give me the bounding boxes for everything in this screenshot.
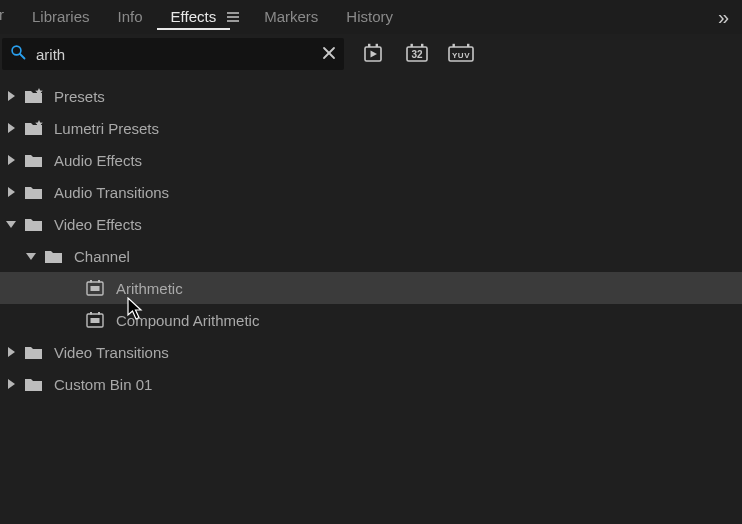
folder-icon — [24, 215, 44, 233]
tree-item-label: Arithmetic — [116, 280, 742, 297]
accelerated-effects-button[interactable] — [358, 41, 388, 67]
chevron-right-icon[interactable] — [4, 185, 18, 199]
tab-history[interactable]: History — [332, 8, 407, 25]
tree-item[interactable]: Lumetri Presets — [0, 112, 742, 144]
chevron-right-icon[interactable] — [4, 89, 18, 103]
tree-item-label: Custom Bin 01 — [54, 376, 742, 393]
tree-item-label: Audio Effects — [54, 152, 742, 169]
tree-item-label: Video Transitions — [54, 344, 742, 361]
svg-rect-13 — [421, 44, 423, 47]
effects-tree: PresetsLumetri PresetsAudio EffectsAudio… — [0, 74, 742, 400]
tree-item[interactable]: Custom Bin 01 — [0, 368, 742, 400]
active-tab-underline — [157, 28, 231, 30]
folder-icon — [24, 343, 44, 361]
svg-text:32: 32 — [411, 49, 423, 60]
effects-toolbar: 32 YUV — [0, 34, 742, 74]
folder-icon — [44, 247, 64, 265]
tree-item[interactable]: Audio Transitions — [0, 176, 742, 208]
tab-label: Effects — [171, 8, 217, 25]
tab-libraries[interactable]: Libraries — [18, 8, 104, 25]
folder-star-icon — [24, 119, 44, 137]
tab-markers[interactable]: Markers — [250, 8, 332, 25]
tree-item[interactable]: Channel — [0, 240, 742, 272]
svg-rect-16 — [453, 44, 455, 47]
tree-item[interactable]: Video Transitions — [0, 336, 742, 368]
chevron-right-icon[interactable] — [4, 153, 18, 167]
folder-icon — [24, 151, 44, 169]
tree-item-label: Audio Transitions — [54, 184, 742, 201]
tree-item[interactable]: Compound Arithmetic — [0, 304, 742, 336]
tab-label: Info — [118, 8, 143, 25]
chevron-right-icon[interactable] — [4, 345, 18, 359]
yuv-effects-button[interactable]: YUV — [446, 41, 476, 67]
tab-overflow-icon[interactable]: » — [718, 6, 732, 29]
tab-label: Markers — [264, 8, 318, 25]
svg-rect-8 — [368, 44, 370, 47]
tree-item-label: Channel — [74, 248, 742, 265]
tab-label: er — [0, 6, 4, 23]
tree-item-label: Video Effects — [54, 216, 742, 233]
svg-rect-12 — [411, 44, 413, 47]
tree-item[interactable]: Video Effects — [0, 208, 742, 240]
search-input[interactable] — [28, 46, 322, 63]
svg-rect-9 — [376, 44, 378, 47]
chevron-right-icon[interactable] — [4, 121, 18, 135]
tab-info[interactable]: Info — [104, 8, 157, 25]
tab-truncated-left[interactable]: er — [0, 0, 18, 34]
tab-effects[interactable]: Effects — [157, 8, 231, 25]
tree-item-label: Presets — [54, 88, 742, 105]
32bit-effects-button[interactable]: 32 — [402, 41, 432, 67]
search-box — [2, 38, 344, 70]
tree-item-label: Lumetri Presets — [54, 120, 742, 137]
tab-label: History — [346, 8, 393, 25]
tree-item-label: Compound Arithmetic — [116, 312, 742, 329]
folder-star-icon — [24, 87, 44, 105]
folder-icon — [24, 183, 44, 201]
panel-tabstrip: er Libraries Info Effects Markers Histor… — [0, 0, 742, 34]
svg-marker-10 — [371, 51, 378, 58]
svg-rect-17 — [467, 44, 469, 47]
fx-icon — [86, 311, 106, 329]
search-icon — [10, 44, 28, 64]
svg-line-4 — [20, 54, 25, 59]
search-clear-icon[interactable] — [322, 46, 336, 63]
svg-text:YUV: YUV — [452, 51, 470, 60]
tree-item[interactable]: Audio Effects — [0, 144, 742, 176]
chevron-down-icon[interactable] — [24, 249, 38, 263]
folder-icon — [24, 375, 44, 393]
tree-item[interactable]: Presets — [0, 80, 742, 112]
chevron-right-icon[interactable] — [4, 377, 18, 391]
fx-icon — [86, 279, 106, 297]
chevron-down-icon[interactable] — [4, 217, 18, 231]
tree-item[interactable]: Arithmetic — [0, 272, 742, 304]
tab-label: Libraries — [32, 8, 90, 25]
